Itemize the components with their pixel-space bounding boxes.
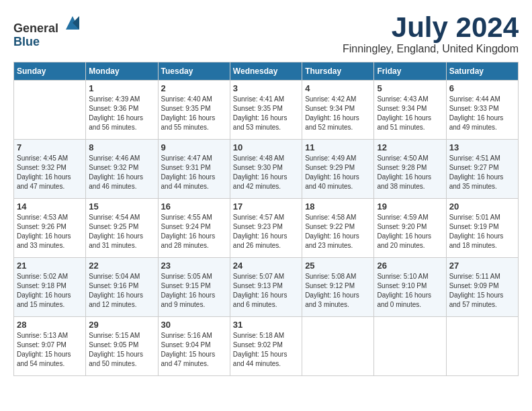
day-number: 20 <box>449 201 515 212</box>
day-cell: 22 Sunrise: 5:04 AM Sunset: 9:16 PM Dayl… <box>86 258 158 317</box>
day-number: 1 <box>89 83 154 93</box>
sunset-text: Sunset: 9:20 PM <box>377 222 443 232</box>
day-number: 10 <box>233 142 299 152</box>
col-monday: Monday <box>86 62 158 81</box>
daylight-text: Daylight: 15 hours and 54 minutes. <box>17 350 83 369</box>
day-info: Sunrise: 4:43 AM Sunset: 9:34 PM Dayligh… <box>377 95 443 132</box>
sunrise-text: Sunrise: 4:41 AM <box>233 95 299 104</box>
sunrise-text: Sunrise: 4:47 AM <box>161 154 227 163</box>
day-cell <box>446 317 518 376</box>
day-info: Sunrise: 4:49 AM Sunset: 9:29 PM Dayligh… <box>305 154 371 191</box>
day-cell: 15 Sunrise: 4:54 AM Sunset: 9:25 PM Dayl… <box>86 199 158 258</box>
sunset-text: Sunset: 9:28 PM <box>377 163 443 173</box>
day-info: Sunrise: 4:44 AM Sunset: 9:33 PM Dayligh… <box>449 95 515 132</box>
sunset-text: Sunset: 9:35 PM <box>233 104 299 113</box>
day-info: Sunrise: 5:13 AM Sunset: 9:07 PM Dayligh… <box>17 331 83 369</box>
sunrise-text: Sunrise: 5:10 AM <box>377 272 443 281</box>
day-cell: 20 Sunrise: 5:01 AM Sunset: 9:19 PM Dayl… <box>446 199 518 258</box>
sunrise-text: Sunrise: 4:59 AM <box>377 213 443 222</box>
sunrise-text: Sunrise: 4:57 AM <box>233 213 299 222</box>
day-number: 19 <box>377 201 443 212</box>
day-cell: 19 Sunrise: 4:59 AM Sunset: 9:20 PM Dayl… <box>374 199 446 258</box>
sunset-text: Sunset: 9:36 PM <box>89 104 154 113</box>
day-cell: 14 Sunrise: 4:53 AM Sunset: 9:26 PM Dayl… <box>14 199 86 258</box>
day-number: 21 <box>17 261 83 271</box>
day-number: 22 <box>89 261 154 271</box>
day-cell: 29 Sunrise: 5:15 AM Sunset: 9:05 PM Dayl… <box>86 317 158 376</box>
day-number: 29 <box>89 320 154 330</box>
sunrise-text: Sunrise: 4:39 AM <box>89 95 154 104</box>
day-number: 2 <box>161 83 227 93</box>
sunrise-text: Sunrise: 4:48 AM <box>233 154 299 163</box>
sunset-text: Sunset: 9:32 PM <box>89 163 154 173</box>
header-row: Sunday Monday Tuesday Wednesday Thursday… <box>14 62 519 81</box>
daylight-text: Daylight: 16 hours and 18 minutes. <box>449 232 515 250</box>
sunrise-text: Sunrise: 4:46 AM <box>89 154 154 163</box>
day-info: Sunrise: 4:45 AM Sunset: 9:32 PM Dayligh… <box>17 154 83 191</box>
daylight-text: Daylight: 15 hours and 57 minutes. <box>449 291 515 310</box>
sunset-text: Sunset: 9:33 PM <box>449 104 515 113</box>
day-cell: 5 Sunrise: 4:43 AM Sunset: 9:34 PM Dayli… <box>374 81 446 140</box>
day-cell: 13 Sunrise: 4:51 AM Sunset: 9:27 PM Dayl… <box>446 140 518 199</box>
day-number: 17 <box>233 201 299 212</box>
col-wednesday: Wednesday <box>230 62 302 81</box>
daylight-text: Daylight: 16 hours and 53 minutes. <box>233 113 299 132</box>
daylight-text: Daylight: 16 hours and 20 minutes. <box>377 232 443 250</box>
day-number: 4 <box>305 83 371 93</box>
day-info: Sunrise: 4:51 AM Sunset: 9:27 PM Dayligh… <box>449 154 515 191</box>
day-cell: 2 Sunrise: 4:40 AM Sunset: 9:35 PM Dayli… <box>158 81 230 140</box>
sunrise-text: Sunrise: 4:45 AM <box>17 154 83 163</box>
day-info: Sunrise: 5:11 AM Sunset: 9:09 PM Dayligh… <box>449 272 515 310</box>
daylight-text: Daylight: 16 hours and 46 minutes. <box>89 173 154 191</box>
day-info: Sunrise: 4:50 AM Sunset: 9:28 PM Dayligh… <box>377 154 443 191</box>
day-info: Sunrise: 5:07 AM Sunset: 9:13 PM Dayligh… <box>233 272 299 310</box>
day-number: 8 <box>89 142 154 152</box>
day-info: Sunrise: 4:41 AM Sunset: 9:35 PM Dayligh… <box>233 95 299 132</box>
sunrise-text: Sunrise: 4:51 AM <box>449 154 515 163</box>
col-thursday: Thursday <box>302 62 374 81</box>
col-friday: Friday <box>374 62 446 81</box>
day-number: 30 <box>161 320 227 330</box>
sunrise-text: Sunrise: 4:42 AM <box>305 95 371 104</box>
sunset-text: Sunset: 9:12 PM <box>305 281 371 291</box>
sunrise-text: Sunrise: 4:50 AM <box>377 154 443 163</box>
sunrise-text: Sunrise: 4:53 AM <box>17 213 83 222</box>
daylight-text: Daylight: 16 hours and 28 minutes. <box>161 232 227 250</box>
day-cell: 1 Sunrise: 4:39 AM Sunset: 9:36 PM Dayli… <box>86 81 158 140</box>
day-cell: 11 Sunrise: 4:49 AM Sunset: 9:29 PM Dayl… <box>302 140 374 199</box>
day-cell: 16 Sunrise: 4:55 AM Sunset: 9:24 PM Dayl… <box>158 199 230 258</box>
day-number: 24 <box>233 261 299 271</box>
week-row-1: 1 Sunrise: 4:39 AM Sunset: 9:36 PM Dayli… <box>14 81 519 140</box>
day-number: 27 <box>449 261 515 271</box>
sunrise-text: Sunrise: 5:04 AM <box>89 272 154 281</box>
day-info: Sunrise: 4:40 AM Sunset: 9:35 PM Dayligh… <box>161 95 227 132</box>
day-cell: 21 Sunrise: 5:02 AM Sunset: 9:18 PM Dayl… <box>14 258 86 317</box>
daylight-text: Daylight: 16 hours and 47 minutes. <box>17 173 83 191</box>
sunset-text: Sunset: 9:04 PM <box>161 340 227 350</box>
logo-general: General <box>13 21 58 35</box>
sunset-text: Sunset: 9:27 PM <box>449 163 515 173</box>
sunset-text: Sunset: 9:13 PM <box>233 281 299 291</box>
daylight-text: Daylight: 16 hours and 56 minutes. <box>89 113 154 132</box>
sunset-text: Sunset: 9:09 PM <box>449 281 515 291</box>
day-number: 28 <box>17 320 83 330</box>
daylight-text: Daylight: 16 hours and 3 minutes. <box>305 291 371 310</box>
day-cell <box>374 317 446 376</box>
day-cell: 30 Sunrise: 5:16 AM Sunset: 9:04 PM Dayl… <box>158 317 230 376</box>
sunset-text: Sunset: 9:26 PM <box>17 222 83 232</box>
sunset-text: Sunset: 9:15 PM <box>161 281 227 291</box>
day-number: 31 <box>233 320 299 330</box>
day-cell: 3 Sunrise: 4:41 AM Sunset: 9:35 PM Dayli… <box>230 81 302 140</box>
daylight-text: Daylight: 16 hours and 40 minutes. <box>305 173 371 191</box>
sunrise-text: Sunrise: 5:15 AM <box>89 331 154 340</box>
sunrise-text: Sunrise: 4:49 AM <box>305 154 371 163</box>
day-number: 9 <box>161 142 227 152</box>
day-info: Sunrise: 5:10 AM Sunset: 9:10 PM Dayligh… <box>377 272 443 310</box>
daylight-text: Daylight: 16 hours and 9 minutes. <box>161 291 227 310</box>
day-info: Sunrise: 5:04 AM Sunset: 9:16 PM Dayligh… <box>89 272 154 310</box>
day-cell: 26 Sunrise: 5:10 AM Sunset: 9:10 PM Dayl… <box>374 258 446 317</box>
day-number: 3 <box>233 83 299 93</box>
daylight-text: Daylight: 16 hours and 52 minutes. <box>305 113 371 132</box>
sunrise-text: Sunrise: 4:55 AM <box>161 213 227 222</box>
day-number: 7 <box>17 142 83 152</box>
